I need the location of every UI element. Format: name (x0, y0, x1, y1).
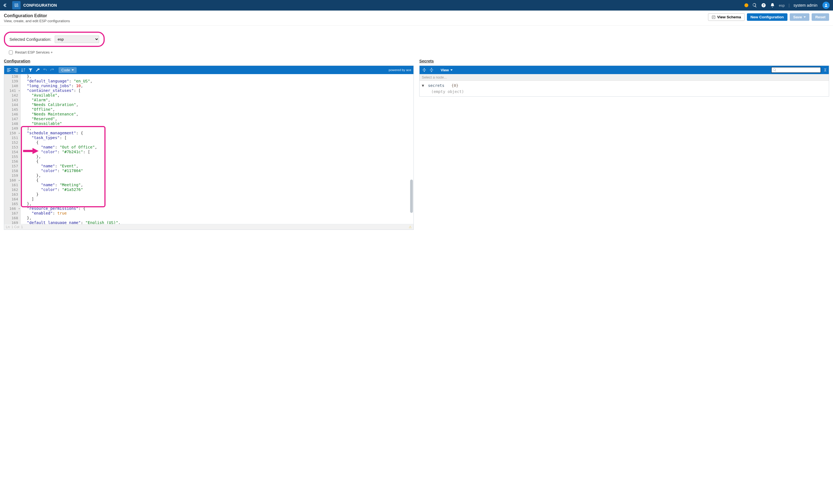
search-icon[interactable] (752, 3, 757, 8)
reset-button[interactable]: Reset (812, 13, 829, 21)
powered-by-label: powered by ace (389, 68, 411, 72)
view-schema-button[interactable]: View Schema (708, 13, 745, 21)
tree-count: {0} (451, 83, 458, 88)
secrets-search-input[interactable] (777, 68, 819, 72)
selected-config-label: Selected Configuration: (9, 37, 51, 42)
avatar[interactable] (823, 2, 830, 9)
scrollbar[interactable] (410, 74, 413, 224)
new-config-label: New Configuration (751, 15, 784, 19)
secrets-toolbar: View (420, 66, 829, 74)
chevron-down-icon (450, 69, 453, 71)
search-nav[interactable] (824, 69, 827, 71)
page-subtitle: View, create, and edit ESP configuration… (4, 19, 70, 23)
secrets-panel: Secrets View Select a node... ▼ s (419, 59, 829, 230)
line-gutter: 138139140141 -14214314414514614714814915… (4, 74, 21, 224)
collapse-all-icon[interactable] (429, 68, 434, 72)
warning-icon: ⚠ (409, 225, 412, 229)
user-name: system admin (793, 3, 817, 7)
selected-config-highlight: Selected Configuration: esp (4, 32, 105, 47)
redo-icon[interactable] (50, 68, 55, 72)
config-icon (12, 1, 21, 9)
topbar-title: CONFIGURATION (23, 3, 57, 7)
configuration-panel: Configuration Code powered by ace 138139… (4, 59, 414, 230)
configuration-heading: Configuration (4, 59, 414, 63)
topbar-divider: | (789, 3, 790, 7)
bell-icon[interactable] (770, 3, 775, 8)
tree-toggle[interactable]: ▼ (422, 82, 426, 89)
svg-text:?: ? (763, 4, 764, 7)
topbar: CONFIGURATION ? esp | system admin (0, 0, 833, 10)
outdent-icon[interactable] (14, 68, 19, 72)
tree-empty-label: (empty object) (422, 89, 827, 95)
save-label: Save (793, 15, 802, 19)
new-configuration-button[interactable]: New Configuration (747, 13, 787, 21)
chevron-down-icon (804, 16, 806, 18)
tree-root-key: secrets (428, 83, 444, 88)
view-schema-label: View Schema (717, 15, 741, 19)
chevron-down-icon (72, 69, 74, 71)
secrets-search[interactable] (771, 67, 821, 73)
code-content: }, "default_language": "en_US", "long_ru… (21, 74, 413, 224)
secrets-tree[interactable]: ▼ secrets {0} (empty object) (420, 81, 829, 96)
help-icon[interactable]: ? (761, 3, 766, 8)
save-button[interactable]: Save (790, 13, 810, 21)
code-mode-label: Code (62, 68, 70, 72)
editor-statusbar: Ln: 1 Col: 1 ⚠ (4, 224, 413, 229)
code-mode-button[interactable]: Code (58, 67, 77, 73)
cursor-position: Ln: 1 Col: 1 (6, 225, 23, 229)
svg-point-1 (15, 6, 16, 7)
sort-icon[interactable] (21, 68, 26, 72)
search-icon (773, 68, 777, 72)
page-header: Configuration Editor View, create, and e… (0, 10, 833, 26)
editor-toolbar: Code powered by ace (4, 66, 413, 74)
selected-config-select[interactable]: esp (55, 35, 99, 43)
back-button[interactable] (0, 0, 11, 10)
page-title: Configuration Editor (4, 13, 70, 18)
indent-icon[interactable] (6, 68, 11, 72)
svg-point-0 (17, 4, 18, 4)
restart-services-label: Restart ESP Services + (15, 50, 53, 54)
expand-all-icon[interactable] (422, 68, 427, 72)
filter-icon[interactable] (28, 68, 33, 72)
reset-label: Reset (815, 15, 826, 19)
view-mode-label: View (441, 68, 449, 72)
status-dot (744, 3, 748, 7)
restart-services-checkbox[interactable] (9, 51, 13, 54)
tenant-label: esp (779, 3, 785, 7)
secrets-heading: Secrets (419, 59, 829, 63)
code-editor[interactable]: 138139140141 -14214314414514614714814915… (4, 74, 413, 224)
undo-icon[interactable] (43, 68, 47, 72)
chevron-up-icon[interactable] (824, 70, 827, 71)
wrench-icon[interactable] (35, 68, 40, 72)
node-selector[interactable]: Select a node... (420, 74, 829, 81)
view-mode-button[interactable]: View (438, 67, 455, 73)
